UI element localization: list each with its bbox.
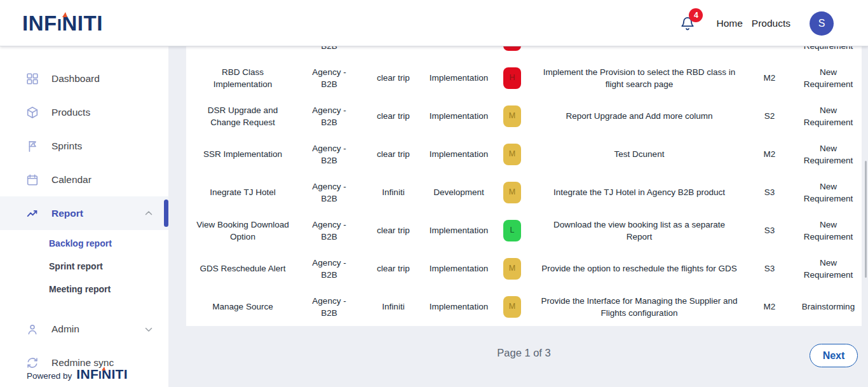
product-name: Agency - B2B (299, 250, 359, 288)
priority-cell: M (490, 97, 534, 135)
description-text: Integrate the TJ Hotel in Agency B2B pro… (534, 173, 744, 212)
sidebar-item-calendar[interactable]: Calendar (0, 163, 168, 196)
chevron-down-icon[interactable] (143, 323, 154, 335)
sidebar-item-dashboard[interactable]: Dashboard (0, 62, 168, 95)
sidebar: Dashboard Products Sprints (0, 46, 168, 387)
active-indicator (164, 200, 168, 227)
phase-name: Implementation (428, 288, 490, 326)
backlog-item-name: RBD Class Implementation (186, 59, 299, 97)
priority-badge: M (503, 182, 521, 203)
table-row[interactable]: RBD Class Implementation Agency - B2B cl… (186, 59, 862, 97)
priority-cell: M (490, 250, 534, 288)
sidebar-item-label: Sprints (51, 140, 82, 152)
priority-cell: H (490, 59, 534, 97)
sprint-code: S3 (744, 212, 795, 250)
sprint-code: M2 (744, 288, 795, 326)
products-cube-icon (25, 105, 39, 119)
priority-badge: M (503, 105, 521, 127)
phase-name: Implementation (428, 97, 490, 135)
sprint-code (744, 46, 795, 59)
table-row[interactable]: Inegrate TJ Hotel Agency - B2B Infiniti … (186, 173, 862, 212)
page-indicator: Page 1 of 3 (186, 347, 862, 359)
backlog-item-name: Manage Source (186, 288, 299, 326)
user-avatar[interactable]: S (810, 11, 834, 36)
powered-by: Powered by INFINITI (27, 367, 128, 381)
table-row[interactable]: Agency - B2B H New Requirement (186, 46, 862, 59)
report-trend-icon (25, 207, 39, 221)
sprints-flag-icon (25, 139, 39, 153)
calendar-icon (25, 173, 39, 187)
priority-badge: M (503, 258, 521, 280)
phase-name (428, 46, 490, 59)
priority-cell: H (490, 46, 534, 59)
sidebar-item-label: Calendar (51, 174, 92, 186)
priority-cell: M (490, 288, 534, 326)
table-row[interactable]: View Booking Download Option Agency - B2… (186, 212, 862, 250)
product-name: Agency - B2B (299, 135, 359, 173)
sidebar-item-label: Products (51, 107, 90, 118)
product-name: Agency - B2B (299, 288, 359, 326)
sidebar-subitem-meeting-report[interactable]: Meeting report (0, 278, 168, 301)
infiniti-logo[interactable]: INFINITI (22, 13, 103, 34)
next-page-button[interactable]: Next (810, 344, 858, 367)
requirement-type: New Requirement (795, 173, 862, 212)
sidebar-item-sprints[interactable]: Sprints (0, 129, 168, 163)
product-name: Agency - B2B (299, 97, 359, 135)
description-text (534, 46, 744, 59)
table-row[interactable]: DSR Upgrade and Change Request Agency - … (186, 97, 862, 135)
backlog-report-table: Agency - B2B H New Requirement RBD Class… (186, 46, 862, 326)
client-name (359, 46, 428, 59)
admin-person-icon (25, 322, 39, 336)
sprint-code: S3 (744, 250, 795, 288)
table-row[interactable]: Manage Source Agency - B2B Infiniti Impl… (186, 288, 862, 326)
sidebar-item-report[interactable]: Report (0, 196, 168, 230)
nav-home[interactable]: Home (716, 18, 742, 29)
priority-badge: M (503, 144, 521, 165)
sprint-code: S2 (744, 97, 795, 135)
logo-dot-icon (102, 367, 105, 370)
phase-name: Development (428, 173, 490, 212)
product-name: Agency - B2B (299, 59, 359, 97)
client-name: Infiniti (359, 288, 428, 326)
scrollbar-thumb[interactable] (865, 161, 867, 278)
sidebar-item-label: Report (51, 208, 83, 219)
client-name: clear trip (359, 212, 428, 250)
sidebar-item-products[interactable]: Products (0, 95, 168, 129)
sprint-code: M2 (744, 135, 795, 173)
logo-text: NITI (62, 11, 103, 35)
sidebar-item-admin[interactable]: Admin (0, 312, 168, 346)
client-name: clear trip (359, 97, 428, 135)
client-name: clear trip (359, 59, 428, 97)
backlog-item-name: SSR Implementation (186, 135, 299, 173)
sidebar-item-label: Dashboard (51, 73, 100, 85)
nav-products[interactable]: Products (752, 18, 790, 29)
chevron-up-icon[interactable] (143, 208, 154, 219)
requirement-type: New Requirement (795, 97, 862, 135)
client-name: Infiniti (359, 173, 428, 212)
infiniti-mini-logo: INFINITI (76, 367, 128, 381)
requirement-type: New Requirement (795, 59, 862, 97)
logo-text: INF (22, 11, 57, 35)
table-row[interactable]: GDS Reschedule Alert Agency - B2B clear … (186, 250, 862, 288)
logo-dot-icon (62, 12, 67, 17)
sprint-code: S3 (744, 173, 795, 212)
notification-count-badge: 4 (689, 8, 703, 22)
phase-name: Implementation (428, 135, 490, 173)
priority-cell: M (490, 135, 534, 173)
description-text: Provide the Interface for Managing the S… (534, 288, 744, 326)
table-row[interactable]: SSR Implementation Agency - B2B clear tr… (186, 135, 862, 173)
product-name: Agency - B2B (299, 46, 359, 59)
sidebar-subitem-backlog-report[interactable]: Backlog report (0, 232, 168, 255)
priority-badge: L (503, 220, 521, 241)
phase-name: Implementation (428, 250, 490, 288)
notifications-button[interactable]: 4 (679, 14, 696, 33)
description-text: Test Dcunent (534, 135, 744, 173)
logo-text: I (57, 15, 62, 34)
phase-name: Implementation (428, 212, 490, 250)
backlog-item-name: DSR Upgrade and Change Request (186, 97, 299, 135)
sidebar-item-label: Admin (51, 323, 79, 335)
sidebar-subitem-sprint-report[interactable]: Sprint report (0, 255, 168, 278)
powered-by-label: Powered by (27, 371, 72, 381)
priority-badge: M (503, 296, 521, 318)
priority-badge: H (503, 46, 521, 51)
